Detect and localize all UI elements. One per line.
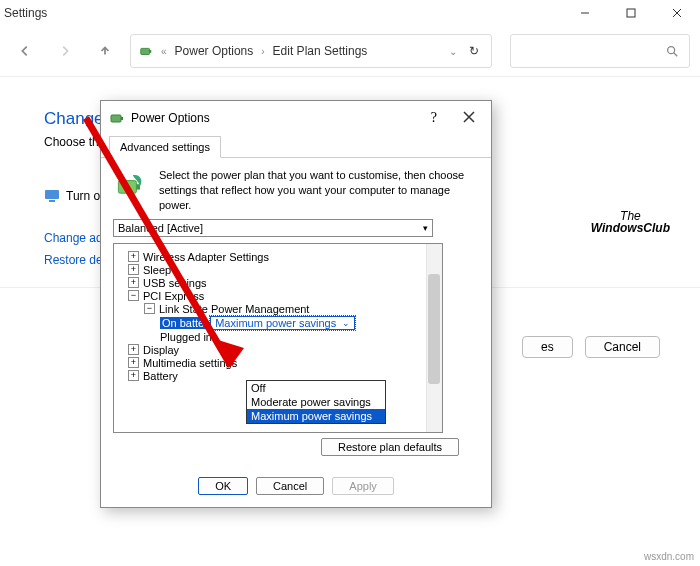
tab-advanced-settings[interactable]: Advanced settings bbox=[109, 136, 221, 158]
tree-item[interactable]: Multimedia settings bbox=[143, 357, 237, 369]
nav-up-button[interactable] bbox=[90, 36, 120, 66]
tree-item[interactable]: Wireless Adapter Settings bbox=[143, 251, 269, 263]
restore-plan-defaults-button[interactable]: Restore plan defaults bbox=[321, 438, 459, 456]
apply-button: Apply bbox=[332, 477, 394, 495]
svg-rect-9 bbox=[136, 184, 140, 189]
tree-item[interactable]: Battery bbox=[143, 370, 178, 382]
search-input[interactable] bbox=[510, 34, 690, 68]
address-bar[interactable]: « Power Options › Edit Plan Settings ⌄ ↻ bbox=[130, 34, 492, 68]
tree-item[interactable]: Link State Power Management bbox=[159, 303, 309, 315]
expand-toggle[interactable]: + bbox=[128, 251, 139, 262]
chevron-down-icon: ⌄ bbox=[342, 318, 350, 328]
expand-toggle[interactable]: + bbox=[128, 277, 139, 288]
nav-back-button[interactable] bbox=[10, 36, 40, 66]
power-savings-dropdown[interactable]: Off Moderate power savings Maximum power… bbox=[246, 380, 386, 424]
chevron-down-icon: ▾ bbox=[423, 223, 428, 233]
window-title: Settings bbox=[4, 6, 47, 20]
battery-leaf-icon bbox=[113, 168, 149, 204]
dropdown-option-maximum[interactable]: Maximum power savings bbox=[247, 409, 385, 423]
power-icon bbox=[109, 110, 125, 126]
cancel-button[interactable]: Cancel bbox=[585, 336, 660, 358]
expand-toggle[interactable]: + bbox=[128, 264, 139, 275]
power-icon bbox=[139, 44, 153, 58]
dialog-intro-text: Select the power plan that you want to c… bbox=[159, 168, 479, 213]
svg-rect-2 bbox=[150, 50, 152, 53]
tree-item[interactable]: Sleep bbox=[143, 264, 171, 276]
svg-rect-5 bbox=[49, 200, 55, 202]
save-changes-button[interactable]: es bbox=[522, 336, 573, 358]
svg-point-3 bbox=[668, 47, 675, 54]
close-window-button[interactable] bbox=[654, 0, 700, 26]
power-plan-value: Balanced [Active] bbox=[118, 222, 203, 234]
refresh-icon[interactable]: ↻ bbox=[465, 44, 483, 58]
power-plan-select[interactable]: Balanced [Active] ▾ bbox=[113, 219, 433, 237]
tree-scrollbar[interactable] bbox=[426, 244, 442, 432]
ok-button[interactable]: OK bbox=[198, 477, 248, 495]
expand-toggle[interactable]: + bbox=[128, 344, 139, 355]
credit: wsxdn.com bbox=[644, 551, 694, 562]
svg-rect-8 bbox=[118, 181, 136, 194]
svg-rect-6 bbox=[111, 115, 121, 122]
power-options-dialog: Power Options ? Advanced settings Select… bbox=[100, 100, 492, 508]
svg-rect-1 bbox=[141, 48, 150, 54]
tree-item[interactable]: PCI Express bbox=[143, 290, 204, 302]
expand-toggle[interactable]: − bbox=[128, 290, 139, 301]
maximize-button[interactable] bbox=[608, 0, 654, 26]
display-icon bbox=[44, 189, 60, 203]
nav-forward-button bbox=[50, 36, 80, 66]
expand-toggle[interactable]: + bbox=[128, 370, 139, 381]
breadcrumb-item[interactable]: Power Options bbox=[175, 44, 254, 58]
svg-rect-4 bbox=[45, 190, 59, 199]
on-battery-value-select[interactable]: Maximum power savings ⌄ bbox=[210, 316, 355, 330]
expand-toggle[interactable]: − bbox=[144, 303, 155, 314]
svg-rect-0 bbox=[627, 9, 635, 17]
tree-item[interactable]: USB settings bbox=[143, 277, 207, 289]
help-button[interactable]: ? bbox=[419, 110, 449, 126]
plugged-in-label[interactable]: Plugged in: bbox=[160, 331, 215, 343]
cancel-button[interactable]: Cancel bbox=[256, 477, 324, 495]
dropdown-option-off[interactable]: Off bbox=[247, 381, 385, 395]
search-icon bbox=[665, 44, 679, 58]
dropdown-option-moderate[interactable]: Moderate power savings bbox=[247, 395, 385, 409]
close-dialog-button[interactable] bbox=[455, 109, 483, 127]
tree-item[interactable]: Display bbox=[143, 344, 179, 356]
svg-rect-7 bbox=[121, 117, 123, 120]
dialog-title: Power Options bbox=[131, 111, 413, 125]
minimize-button[interactable] bbox=[562, 0, 608, 26]
on-battery-label[interactable]: On batte bbox=[160, 317, 206, 329]
watermark: The WindowsClub bbox=[591, 210, 670, 234]
expand-toggle[interactable]: + bbox=[128, 357, 139, 368]
breadcrumb-item[interactable]: Edit Plan Settings bbox=[273, 44, 368, 58]
chevron-down-icon[interactable]: ⌄ bbox=[449, 46, 457, 57]
